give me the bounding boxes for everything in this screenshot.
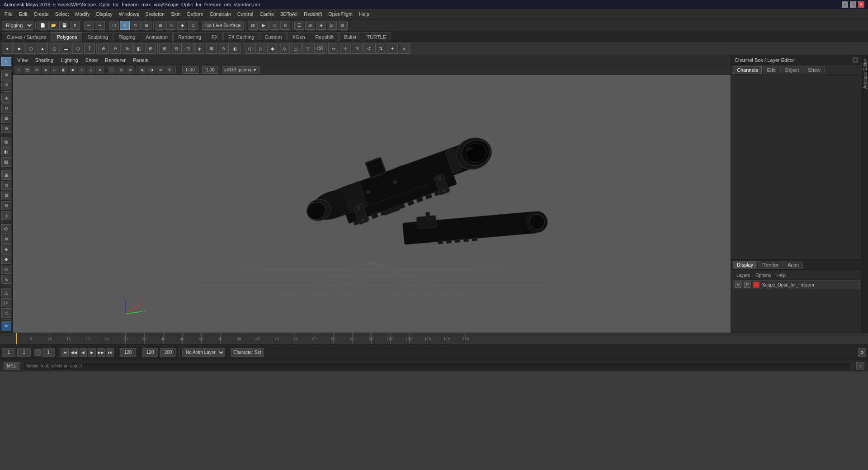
vp-icon-bbox[interactable]: ▢ <box>108 66 116 74</box>
tab-sculpting[interactable]: Sculpting <box>83 32 113 42</box>
scale-tool-left-btn[interactable]: ⊞ <box>1 114 11 123</box>
vp-icon-subdivshow[interactable]: ⊛ <box>126 66 134 74</box>
menu-skeleton[interactable]: Skeleton <box>142 10 167 18</box>
vp-icon-motion[interactable]: ⊻ <box>165 66 174 74</box>
shelf-sphere-btn[interactable]: ● <box>2 43 13 54</box>
vp-menu-renderer[interactable]: Renderer <box>103 56 127 64</box>
vp-menu-view[interactable]: View <box>15 56 30 64</box>
shelf-collapse-btn[interactable]: ⊠ <box>206 43 217 54</box>
attribute-editor-label[interactable]: Attribute Editor <box>863 59 868 89</box>
shelf-special-btn[interactable]: ⬡ <box>72 43 83 54</box>
extra-btn-5[interactable]: ⊠ <box>338 21 348 30</box>
render-btn[interactable]: ▶ <box>259 21 269 30</box>
shelf-cone-btn[interactable]: ▲ <box>37 43 48 54</box>
no-anim-layer-dropdown[interactable]: No Anim Layer <box>182 348 225 357</box>
vp-icon-backface[interactable]: ◑ <box>147 66 156 74</box>
cluster-btn[interactable]: ◈ <box>1 244 11 254</box>
vp-icon-flat[interactable]: ◧ <box>60 66 68 74</box>
shelf-offset-btn[interactable]: ⊻ <box>352 43 363 54</box>
ik-spline-btn[interactable]: ∿ <box>1 275 11 284</box>
rb-tab-display[interactable]: Display <box>733 261 757 269</box>
vp-gamma-dropdown[interactable]: sRGB gamma ▼ <box>222 66 259 74</box>
vp-icon-sel-highlight[interactable]: ◐ <box>138 66 146 74</box>
menu-create[interactable]: Create <box>31 10 52 18</box>
misc-btn-3[interactable]: ◁ <box>1 308 11 317</box>
play-back-btn[interactable]: ◀ <box>79 348 87 357</box>
vp-icon-cam[interactable]: 📷 <box>24 66 32 74</box>
render-settings-btn[interactable]: ⚙ <box>280 21 290 30</box>
vp-icon-home[interactable]: ⌂ <box>14 66 23 74</box>
shelf-merge-btn[interactable]: ⊜ <box>218 43 229 54</box>
tab-animation[interactable]: Animation <box>141 32 173 42</box>
tab-rigging[interactable]: Rigging <box>113 32 140 42</box>
tab-custom[interactable]: Custom <box>260 32 287 42</box>
tab-bullet[interactable]: Bullet <box>339 32 362 42</box>
rp-tab-edit[interactable]: Edit <box>763 66 779 74</box>
rotate-mode-btn[interactable]: ↻ <box>131 21 141 30</box>
misc-btn-2[interactable]: ▷ <box>1 298 11 307</box>
menu-display[interactable]: Display <box>94 10 115 18</box>
shelf-weld-btn[interactable]: ◐ <box>230 43 241 54</box>
new-scene-btn[interactable]: 📄 <box>38 21 47 30</box>
shelf-poke-btn[interactable]: ✦ <box>387 43 398 54</box>
mel-toggle[interactable]: MEL <box>4 362 19 370</box>
comp-mode-btn-5[interactable]: ⊹ <box>1 211 11 220</box>
total-end-input[interactable]: 200 <box>160 348 176 357</box>
vp-menu-panels[interactable]: Panels <box>131 56 150 64</box>
close-button[interactable]: ✕ <box>858 1 864 8</box>
preferences-btn[interactable]: ⚙ <box>858 348 866 357</box>
undo-btn[interactable]: ↩ <box>84 21 94 30</box>
vp-icon-persp[interactable]: ◈ <box>42 66 50 74</box>
menu-file[interactable]: File <box>2 10 15 18</box>
snap-curve-btn[interactable]: ∿ <box>166 21 176 30</box>
rp-tab-show[interactable]: Show <box>804 66 825 74</box>
step-forward-btn[interactable]: ▶▶ <box>97 348 105 357</box>
lasso-select-btn[interactable]: ⊗ <box>1 70 11 79</box>
tab-fx[interactable]: FX <box>207 32 223 42</box>
shelf-smooth-btn[interactable]: ◇ <box>279 43 290 54</box>
shelf-insert-btn[interactable]: ⊹ <box>340 43 351 54</box>
shelf-mesh-separate-btn[interactable]: ⊖ <box>110 43 121 54</box>
shelf-retopo-btn[interactable]: ▽ <box>302 43 313 54</box>
move-mode-btn[interactable]: ✛ <box>120 21 130 30</box>
menu-cache[interactable]: Cache <box>257 10 277 18</box>
shelf-mesh-mirror-btn[interactable]: ⊞ <box>145 43 156 54</box>
ipr-btn[interactable]: ◎ <box>269 21 279 30</box>
character-set-btn[interactable]: Character Set <box>231 348 264 357</box>
shelf-cube-btn[interactable]: ■ <box>14 43 24 54</box>
snap-settings-btn[interactable]: ⚙ <box>1 224 11 233</box>
vp-num-field-1[interactable]: 0.00 <box>182 66 198 74</box>
end-frame-input[interactable]: 120 <box>142 348 158 357</box>
shelf-bridge-btn[interactable]: ⊟ <box>171 43 182 54</box>
universal-tool-btn[interactable]: ⊛ <box>1 124 11 133</box>
shelf-wedge-btn[interactable]: ⋄ <box>399 43 410 54</box>
shelf-plane-btn[interactable]: ▬ <box>61 43 71 54</box>
shelf-cylinder-btn[interactable]: ⬡ <box>25 43 36 54</box>
vp-icon-grid[interactable]: ⊞ <box>33 66 41 74</box>
menu-windows[interactable]: Windows <box>116 10 142 18</box>
shelf-bevel-btn[interactable]: ◁ <box>244 43 255 54</box>
go-to-start-btn[interactable]: ⏮ <box>61 348 69 357</box>
menu-modify[interactable]: Modify <box>72 10 92 18</box>
render-region-btn[interactable]: ▨ <box>248 21 258 30</box>
redo-btn[interactable]: ↪ <box>95 21 105 30</box>
vp-icon-iso[interactable]: ⊗ <box>96 66 104 74</box>
extra-btn-4[interactable]: ⊡ <box>327 21 337 30</box>
move-tool-left-btn[interactable]: ✛ <box>1 94 11 103</box>
shelf-crease-btn[interactable]: ▷ <box>255 43 266 54</box>
shelf-append-btn[interactable]: ⊡ <box>183 43 193 54</box>
comp-mode-btn-1[interactable]: ⊞ <box>1 170 11 179</box>
layers-menu-layers[interactable]: Layers <box>735 273 752 278</box>
layer-playback-btn[interactable]: P <box>744 282 750 288</box>
tab-fxcaching[interactable]: FX Caching <box>223 32 259 42</box>
select-tool-btn[interactable]: ↖ <box>1 57 11 66</box>
rp-close-btn[interactable]: ✕ <box>853 57 858 63</box>
time-ruler[interactable]: 5101520253035404550556065707580859095100… <box>0 333 868 344</box>
range-end-input[interactable]: 120 <box>120 348 136 357</box>
paint-select-btn[interactable]: ⊙ <box>1 80 11 89</box>
menu-openflight[interactable]: OpenFlight <box>326 10 355 18</box>
menu-constrain[interactable]: Constrain <box>207 10 234 18</box>
rp-tab-channels[interactable]: Channels <box>733 66 762 74</box>
vp-menu-lighting[interactable]: Lighting <box>59 56 80 64</box>
timeline-area[interactable]: 5101520253035404550556065707580859095100… <box>0 333 868 344</box>
